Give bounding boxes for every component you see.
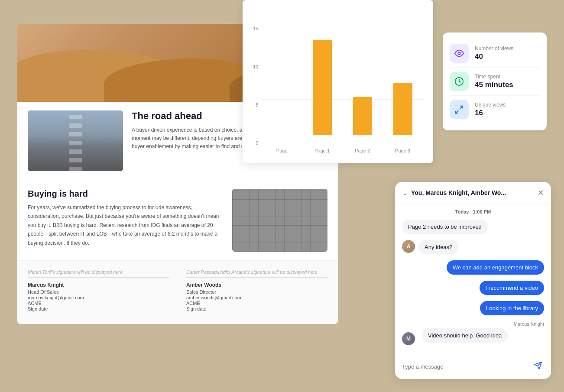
msg-row-2: A Any ideas?: [402, 240, 544, 257]
unique-label: Unique views: [475, 102, 506, 108]
section2-body: For years, we've summarized the buying p…: [28, 203, 224, 247]
timestamp-time: 1:00 PM: [473, 209, 491, 214]
chat-message-input[interactable]: [402, 363, 528, 370]
chat-header-left: ⌄ You, Marcus Knight, Amber Wo...: [402, 189, 506, 197]
x-label-page1: Page 1: [305, 148, 339, 156]
unique-value: 16: [475, 109, 506, 117]
chat-body: Today 1:00 PM Page 2 needs to be improve…: [395, 204, 551, 354]
sig2-role: Sales Director: [186, 289, 327, 295]
x-label-page2: Page 2: [346, 148, 379, 156]
bar-page1: [305, 40, 339, 135]
stat-time-text: Time spent 45 minutes: [475, 74, 513, 89]
buying-section: Buying is hard For years, we've summariz…: [17, 180, 338, 261]
chat-panel: ⌄ You, Marcus Knight, Amber Wo... ✕ Toda…: [395, 182, 551, 379]
views-label: Number of views: [475, 45, 513, 52]
time-icon: [450, 72, 469, 91]
chat-header: ⌄ You, Marcus Knight, Amber Wo... ✕: [395, 182, 551, 204]
sig1-sign-date: Sign date: [28, 306, 169, 311]
svg-point-0: [458, 52, 460, 55]
bar-page3-fill: [393, 83, 412, 135]
unique-icon: [450, 100, 469, 119]
msg-bubble-2: Any ideas?: [418, 240, 458, 254]
views-icon: [450, 44, 469, 63]
time-label: Time spent: [475, 74, 513, 80]
signature-section: Martin Torff's signature will be display…: [17, 261, 338, 324]
sig2-placeholder: Carter Passaquindici Arcand's signature …: [186, 269, 327, 278]
mesh-image: [232, 189, 327, 252]
y-label-0: 0: [256, 140, 258, 146]
msg-row-4: I recommend a video: [402, 281, 544, 298]
y-label-5: 5: [256, 102, 258, 107]
msg-bubble-4: I recommend a video: [480, 281, 544, 295]
last-msg-row: M Video should help. Good idea: [402, 328, 544, 345]
section2-title: Buying is hard: [28, 189, 224, 199]
chat-collapse-button[interactable]: ⌄: [402, 189, 408, 197]
msg-avatar-1: A: [402, 240, 415, 253]
road-image: [28, 110, 123, 171]
msg-bubble-6: Video should help. Good idea: [422, 328, 508, 343]
msg-bubble-3: We can add an engagement block: [447, 260, 544, 275]
msg-bubble-1: Page 2 needs to be improved: [402, 220, 488, 234]
sender-name-marcus: Marcus Knight: [402, 321, 544, 327]
msg-avatar-marcus: M: [402, 332, 415, 345]
signature-block-1: Martin Torff's signature will be display…: [28, 269, 169, 312]
signature-block-2: Carter Passaquindici Arcand's signature …: [186, 269, 327, 312]
stats-panel: Number of views 40 Time spent 45 minutes…: [443, 32, 547, 130]
time-value: 45 minutes: [475, 81, 513, 89]
x-label-page3: Page 3: [386, 148, 419, 156]
stat-views-text: Number of views 40: [475, 45, 513, 61]
sig1-company: ACME: [28, 301, 169, 306]
sig1-name: Marcus Knight: [28, 282, 169, 288]
chat-timestamp: Today 1:00 PM: [402, 209, 544, 214]
sig1-role: Head Of Sales: [28, 289, 169, 295]
sig1-email: marcus.knight@gmail.com: [28, 295, 169, 300]
signature-row: Martin Torff's signature will be display…: [28, 269, 327, 312]
chart-panel: 15 10 5 0: [243, 0, 433, 163]
stat-unique: Unique views 16: [450, 96, 540, 123]
section2-text: Buying is hard For years, we've summariz…: [28, 189, 224, 252]
x-label-page: Page: [265, 148, 298, 156]
bar-page2: [346, 97, 379, 135]
chat-close-button[interactable]: ✕: [538, 188, 544, 198]
sig2-name: Amber Woods: [186, 282, 327, 288]
chat-footer: [395, 354, 551, 379]
stat-time: Time spent 45 minutes: [450, 68, 540, 96]
chat-title: You, Marcus Knight, Amber Wo...: [411, 189, 506, 196]
sig2-email: amber.woods@gmail.com: [186, 295, 327, 300]
stat-unique-text: Unique views 16: [475, 102, 506, 117]
sig2-sign-date: Sign date: [186, 306, 327, 311]
chat-send-button[interactable]: [532, 360, 544, 374]
msg-row-3: We can add an engagement block: [402, 260, 544, 277]
sig2-company: ACME: [186, 301, 327, 306]
bar-page3: [386, 83, 419, 135]
y-label-15: 15: [253, 26, 258, 31]
y-label-10: 10: [253, 64, 258, 69]
msg-row-6: Marcus Knight M Video should help. Good …: [402, 321, 544, 345]
views-value: 40: [475, 52, 513, 61]
bar-page2-fill: [353, 97, 372, 135]
msg-row-1: Page 2 needs to be improved: [402, 220, 544, 236]
sig1-placeholder: Martin Torff's signature will be display…: [28, 269, 169, 278]
bar-page1-fill: [313, 40, 332, 135]
timestamp-day: Today: [455, 209, 469, 214]
msg-row-5: Looking in the library: [402, 301, 544, 318]
msg-bubble-5: Looking in the library: [480, 301, 544, 315]
stat-views: Number of views 40: [450, 39, 540, 68]
